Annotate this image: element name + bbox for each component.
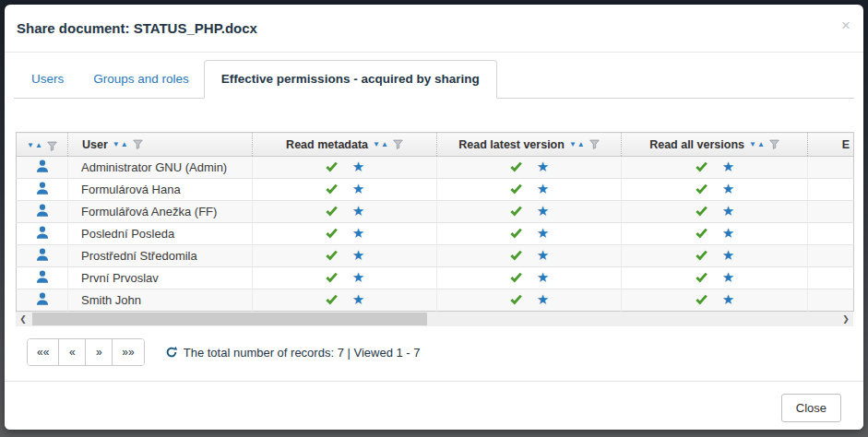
table-row[interactable]: Formulárová Hana★★★ xyxy=(17,179,854,201)
column-header-read-all-versions[interactable]: Read all versions ▼▲ xyxy=(622,133,808,157)
check-icon xyxy=(695,248,708,262)
read-latest-version-cell: ★ xyxy=(437,179,622,201)
user-name-cell: Prostřední Středomila xyxy=(68,245,253,267)
user-name-cell: Administrator GNU (Admin) xyxy=(68,157,253,179)
table-row[interactable]: Poslední Posleda★★★ xyxy=(17,223,854,245)
table-row[interactable]: Smith John★★★ xyxy=(17,289,854,312)
sort-icons[interactable]: ▼▲ xyxy=(27,142,42,149)
star-icon: ★ xyxy=(537,159,549,173)
read-all-versions-cell: ★ xyxy=(622,201,808,223)
close-button[interactable]: Close xyxy=(781,394,841,422)
permissions-table-zone: ▼▲ User ▼▲ xyxy=(16,132,852,366)
column-header-user[interactable]: User ▼▲ xyxy=(68,133,253,157)
pagination-row: «« « » »» The total number of records: 7… xyxy=(27,338,841,366)
read-latest-version-cell: ★ xyxy=(437,245,622,267)
star-icon: ★ xyxy=(537,292,549,306)
column-header-read-latest-version[interactable]: Read latest version ▼▲ xyxy=(437,133,622,157)
modal-title: Share document: STATUS_PHP.docx xyxy=(17,20,257,36)
prev-page-button[interactable]: « xyxy=(58,339,85,365)
star-icon: ★ xyxy=(352,270,364,284)
star-icon: ★ xyxy=(537,204,549,218)
check-icon xyxy=(325,159,339,173)
filter-icon[interactable] xyxy=(769,139,779,149)
table-row[interactable]: Formulářová Anežka (FF)★★★ xyxy=(17,201,854,223)
filter-icon[interactable] xyxy=(393,139,403,149)
read-all-versions-cell: ★ xyxy=(622,223,808,245)
clipped-cell xyxy=(808,289,854,312)
scroll-left-icon[interactable]: ❮ xyxy=(16,312,30,326)
tab-users[interactable]: Users xyxy=(17,61,78,98)
check-icon xyxy=(695,292,708,306)
check-icon xyxy=(509,270,523,284)
first-page-button[interactable]: «« xyxy=(28,339,58,365)
check-icon xyxy=(325,270,339,284)
user-type-cell xyxy=(17,223,68,245)
next-page-button[interactable]: » xyxy=(85,339,112,365)
share-document-modal: Share document: STATUS_PHP.docx × Users … xyxy=(5,5,863,430)
read-metadata-cell: ★ xyxy=(253,289,437,312)
table-row[interactable]: Prostřední Středomila★★★ xyxy=(17,245,854,267)
refresh-icon[interactable] xyxy=(165,346,178,359)
user-name-cell: Smith John xyxy=(68,289,253,312)
star-icon: ★ xyxy=(352,182,364,195)
check-icon xyxy=(325,226,339,240)
check-icon xyxy=(695,226,708,240)
scroll-right-icon[interactable]: ❯ xyxy=(838,312,853,326)
clipped-cell xyxy=(808,157,854,179)
star-icon: ★ xyxy=(537,248,549,262)
sort-icons[interactable]: ▼▲ xyxy=(749,141,765,148)
read-all-versions-cell: ★ xyxy=(622,157,808,179)
check-icon xyxy=(509,204,523,218)
scrollbar-thumb[interactable] xyxy=(32,313,427,325)
table-header-row: ▼▲ User ▼▲ xyxy=(17,133,854,157)
check-icon xyxy=(509,292,523,306)
sort-icons[interactable]: ▼▲ xyxy=(113,141,128,148)
tab-groups-and-roles[interactable]: Groups and roles xyxy=(78,61,204,98)
tab-effective-permissions[interactable]: Effective permissions - acquired by shar… xyxy=(204,60,497,99)
clipped-cell xyxy=(808,267,854,289)
read-latest-version-cell: ★ xyxy=(437,201,622,223)
star-icon: ★ xyxy=(722,226,734,240)
filter-icon[interactable] xyxy=(133,139,143,149)
sort-icons[interactable]: ▼▲ xyxy=(373,141,388,148)
star-icon: ★ xyxy=(537,182,549,195)
star-icon: ★ xyxy=(352,226,364,240)
read-metadata-cell: ★ xyxy=(253,179,437,201)
person-icon xyxy=(35,247,50,262)
modal-footer: Close xyxy=(5,381,863,430)
check-icon xyxy=(695,270,708,284)
read-metadata-cell: ★ xyxy=(253,201,437,223)
star-icon: ★ xyxy=(722,182,734,195)
check-icon xyxy=(509,159,523,173)
horizontal-scrollbar[interactable]: ❮ ❯ xyxy=(16,312,853,326)
check-icon xyxy=(325,182,339,195)
star-icon: ★ xyxy=(537,270,549,284)
modal-titlebar: Share document: STATUS_PHP.docx × xyxy=(5,5,863,53)
column-header-clipped[interactable]: E xyxy=(808,133,854,157)
user-type-cell xyxy=(17,245,68,267)
filter-icon[interactable] xyxy=(47,141,57,151)
star-icon: ★ xyxy=(722,292,734,306)
table-row[interactable]: První Prvoslav★★★ xyxy=(17,267,854,289)
column-header-read-metadata[interactable]: Read metadata ▼▲ xyxy=(253,133,437,157)
close-icon[interactable]: × xyxy=(841,18,850,33)
check-icon xyxy=(325,204,339,218)
person-icon xyxy=(35,203,50,218)
column-header-type[interactable]: ▼▲ xyxy=(17,133,68,157)
filter-icon[interactable] xyxy=(589,139,600,149)
check-icon xyxy=(695,159,708,173)
clipped-cell xyxy=(808,245,854,267)
person-icon xyxy=(35,269,50,284)
read-latest-version-cell: ★ xyxy=(437,289,622,312)
person-icon xyxy=(35,181,50,195)
read-all-versions-cell: ★ xyxy=(622,267,808,289)
check-icon xyxy=(509,248,523,262)
star-icon: ★ xyxy=(352,204,364,218)
last-page-button[interactable]: »» xyxy=(112,339,143,365)
user-name-cell: Formulárová Hana xyxy=(68,179,253,201)
star-icon: ★ xyxy=(537,226,549,240)
permissions-table: ▼▲ User ▼▲ xyxy=(16,132,854,312)
table-row[interactable]: Administrator GNU (Admin)★★★ xyxy=(17,157,854,179)
sort-icons[interactable]: ▼▲ xyxy=(569,141,585,148)
user-type-cell xyxy=(17,179,68,201)
